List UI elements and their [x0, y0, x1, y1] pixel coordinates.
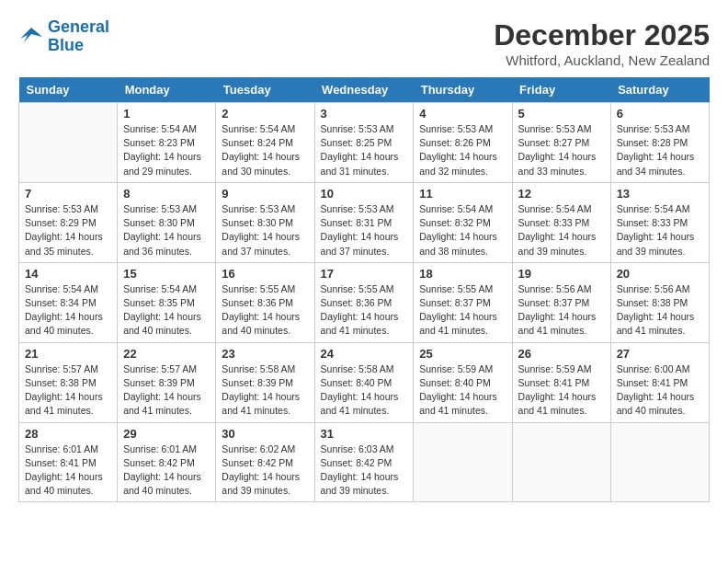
date-number: 30 [222, 427, 308, 441]
cell-info: Sunrise: 5:55 AM Sunset: 8:37 PM Dayligh… [419, 282, 506, 339]
calendar-cell: 22Sunrise: 5:57 AM Sunset: 8:39 PM Dayli… [118, 342, 216, 422]
day-header-monday: Monday [118, 77, 216, 103]
date-number: 7 [25, 187, 111, 201]
calendar-cell: 15Sunrise: 5:54 AM Sunset: 8:35 PM Dayli… [118, 262, 216, 342]
date-number: 11 [419, 187, 506, 201]
calendar-table: SundayMondayTuesdayWednesdayThursdayFrid… [18, 77, 710, 502]
calendar-cell: 3Sunrise: 5:53 AM Sunset: 8:25 PM Daylig… [314, 103, 414, 183]
date-number: 24 [321, 347, 408, 361]
cell-info: Sunrise: 6:02 AM Sunset: 8:42 PM Dayligh… [222, 442, 308, 499]
logo-line2: Blue [48, 36, 84, 54]
date-number: 5 [518, 107, 605, 121]
week-row-1: 1Sunrise: 5:54 AM Sunset: 8:23 PM Daylig… [19, 103, 710, 183]
date-number: 20 [617, 267, 703, 281]
calendar-cell: 26Sunrise: 5:59 AM Sunset: 8:41 PM Dayli… [512, 342, 610, 422]
cell-info: Sunrise: 5:56 AM Sunset: 8:37 PM Dayligh… [518, 282, 605, 339]
cell-info: Sunrise: 5:54 AM Sunset: 8:23 PM Dayligh… [123, 122, 210, 178]
cell-info: Sunrise: 5:56 AM Sunset: 8:38 PM Dayligh… [617, 282, 703, 339]
logo-line1: General [48, 17, 109, 36]
date-number: 1 [123, 107, 210, 121]
date-number: 15 [123, 267, 210, 281]
calendar-cell: 2Sunrise: 5:54 AM Sunset: 8:24 PM Daylig… [216, 103, 314, 183]
cell-info: Sunrise: 5:53 AM Sunset: 8:31 PM Dayligh… [321, 202, 408, 259]
cell-info: Sunrise: 5:53 AM Sunset: 8:28 PM Dayligh… [617, 122, 703, 178]
cell-info: Sunrise: 5:53 AM Sunset: 8:30 PM Dayligh… [222, 202, 308, 259]
day-header-saturday: Saturday [610, 77, 709, 103]
cell-info: Sunrise: 6:01 AM Sunset: 8:41 PM Dayligh… [25, 442, 111, 499]
date-number: 12 [518, 187, 605, 201]
cell-info: Sunrise: 5:55 AM Sunset: 8:36 PM Dayligh… [222, 282, 308, 339]
day-header-thursday: Thursday [414, 77, 512, 103]
week-row-5: 28Sunrise: 6:01 AM Sunset: 8:41 PM Dayli… [19, 422, 710, 502]
cell-info: Sunrise: 5:53 AM Sunset: 8:26 PM Dayligh… [419, 122, 506, 178]
calendar-cell: 14Sunrise: 5:54 AM Sunset: 8:34 PM Dayli… [19, 262, 118, 342]
date-number: 22 [123, 347, 210, 361]
week-row-4: 21Sunrise: 5:57 AM Sunset: 8:38 PM Dayli… [19, 342, 710, 422]
cell-info: Sunrise: 5:54 AM Sunset: 8:34 PM Dayligh… [25, 282, 111, 339]
calendar-cell: 23Sunrise: 5:58 AM Sunset: 8:39 PM Dayli… [216, 342, 314, 422]
day-header-sunday: Sunday [19, 77, 118, 103]
calendar-cell: 19Sunrise: 5:56 AM Sunset: 8:37 PM Dayli… [512, 262, 610, 342]
date-number: 8 [123, 187, 210, 201]
calendar-cell [414, 422, 512, 502]
title-area: December 2025 Whitford, Auckland, New Ze… [494, 18, 710, 68]
calendar-cell: 5Sunrise: 5:53 AM Sunset: 8:27 PM Daylig… [512, 103, 610, 183]
date-number: 14 [25, 267, 111, 281]
calendar-cell: 28Sunrise: 6:01 AM Sunset: 8:41 PM Dayli… [19, 422, 118, 502]
date-number: 3 [321, 107, 408, 121]
cell-info: Sunrise: 5:59 AM Sunset: 8:40 PM Dayligh… [419, 362, 506, 419]
calendar-cell: 11Sunrise: 5:54 AM Sunset: 8:32 PM Dayli… [414, 182, 512, 262]
date-number: 13 [617, 187, 703, 201]
cell-info: Sunrise: 5:54 AM Sunset: 8:33 PM Dayligh… [617, 202, 703, 259]
calendar-cell: 7Sunrise: 5:53 AM Sunset: 8:29 PM Daylig… [19, 182, 118, 262]
calendar-cell: 30Sunrise: 6:02 AM Sunset: 8:42 PM Dayli… [216, 422, 314, 502]
calendar-cell: 27Sunrise: 6:00 AM Sunset: 8:41 PM Dayli… [610, 342, 709, 422]
date-number: 26 [518, 347, 605, 361]
cell-info: Sunrise: 5:58 AM Sunset: 8:40 PM Dayligh… [321, 362, 408, 419]
svg-marker-0 [20, 28, 42, 42]
calendar-cell: 13Sunrise: 5:54 AM Sunset: 8:33 PM Dayli… [610, 182, 709, 262]
date-number: 28 [25, 427, 111, 441]
cell-info: Sunrise: 6:03 AM Sunset: 8:42 PM Dayligh… [321, 442, 408, 499]
month-title: December 2025 [494, 18, 710, 52]
week-row-2: 7Sunrise: 5:53 AM Sunset: 8:29 PM Daylig… [19, 182, 710, 262]
cell-info: Sunrise: 5:53 AM Sunset: 8:27 PM Dayligh… [518, 122, 605, 178]
day-header-friday: Friday [512, 77, 610, 103]
date-number: 18 [419, 267, 506, 281]
calendar-cell [610, 422, 709, 502]
date-number: 6 [617, 107, 703, 121]
calendar-cell: 1Sunrise: 5:54 AM Sunset: 8:23 PM Daylig… [118, 103, 216, 183]
date-number: 21 [25, 347, 111, 361]
calendar-cell [19, 103, 118, 183]
date-number: 25 [419, 347, 506, 361]
date-number: 29 [123, 427, 210, 441]
week-row-3: 14Sunrise: 5:54 AM Sunset: 8:34 PM Dayli… [19, 262, 710, 342]
cell-info: Sunrise: 5:58 AM Sunset: 8:39 PM Dayligh… [222, 362, 308, 419]
cell-info: Sunrise: 6:01 AM Sunset: 8:42 PM Dayligh… [123, 442, 210, 499]
page-header: General Blue December 2025 Whitford, Auc… [18, 18, 710, 68]
date-number: 31 [321, 427, 408, 441]
cell-info: Sunrise: 5:53 AM Sunset: 8:25 PM Dayligh… [321, 122, 408, 178]
day-header-row: SundayMondayTuesdayWednesdayThursdayFrid… [19, 77, 710, 103]
calendar-cell: 18Sunrise: 5:55 AM Sunset: 8:37 PM Dayli… [414, 262, 512, 342]
calendar-cell: 21Sunrise: 5:57 AM Sunset: 8:38 PM Dayli… [19, 342, 118, 422]
date-number: 19 [518, 267, 605, 281]
calendar-cell: 25Sunrise: 5:59 AM Sunset: 8:40 PM Dayli… [414, 342, 512, 422]
cell-info: Sunrise: 5:54 AM Sunset: 8:24 PM Dayligh… [222, 122, 308, 178]
date-number: 2 [222, 107, 308, 121]
cell-info: Sunrise: 5:54 AM Sunset: 8:33 PM Dayligh… [518, 202, 605, 259]
logo-icon [18, 24, 44, 50]
date-number: 16 [222, 267, 308, 281]
cell-info: Sunrise: 5:54 AM Sunset: 8:32 PM Dayligh… [419, 202, 506, 259]
calendar-cell: 9Sunrise: 5:53 AM Sunset: 8:30 PM Daylig… [216, 182, 314, 262]
calendar-cell: 20Sunrise: 5:56 AM Sunset: 8:38 PM Dayli… [610, 262, 709, 342]
cell-info: Sunrise: 5:53 AM Sunset: 8:29 PM Dayligh… [25, 202, 111, 259]
calendar-cell: 16Sunrise: 5:55 AM Sunset: 8:36 PM Dayli… [216, 262, 314, 342]
cell-info: Sunrise: 5:59 AM Sunset: 8:41 PM Dayligh… [518, 362, 605, 419]
calendar-cell: 6Sunrise: 5:53 AM Sunset: 8:28 PM Daylig… [610, 103, 709, 183]
calendar-cell [512, 422, 610, 502]
calendar-cell: 10Sunrise: 5:53 AM Sunset: 8:31 PM Dayli… [314, 182, 414, 262]
calendar-cell: 29Sunrise: 6:01 AM Sunset: 8:42 PM Dayli… [118, 422, 216, 502]
calendar-cell: 4Sunrise: 5:53 AM Sunset: 8:26 PM Daylig… [414, 103, 512, 183]
logo: General Blue [18, 18, 109, 55]
